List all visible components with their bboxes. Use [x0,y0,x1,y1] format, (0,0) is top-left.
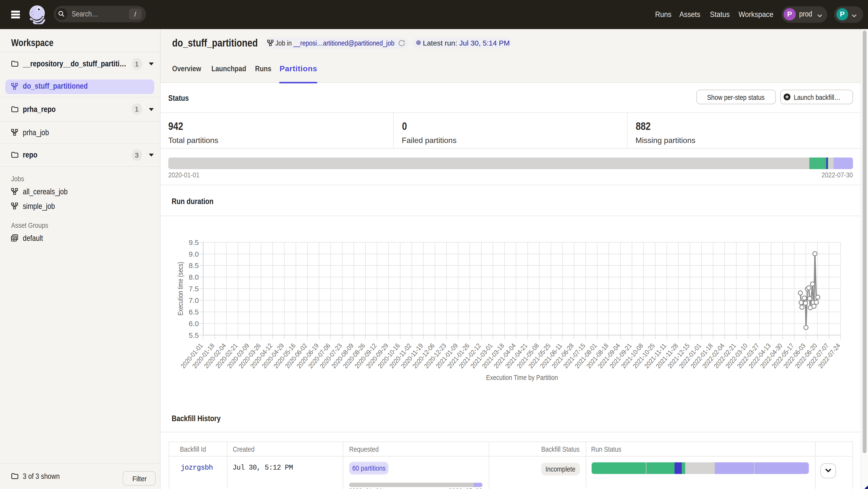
svg-text:7.0: 7.0 [189,296,199,304]
svg-text:Execution Time by Partition: Execution Time by Partition [486,374,558,382]
svg-text:6.0: 6.0 [189,320,199,328]
svg-text:8.5: 8.5 [189,261,199,269]
svg-text:5.5: 5.5 [189,331,199,339]
svg-text:7.5: 7.5 [189,285,199,293]
svg-text:9.5: 9.5 [189,238,199,247]
svg-text:6.5: 6.5 [189,308,199,316]
svg-text:Execution time (secs): Execution time (secs) [177,262,184,316]
svg-text:9.0: 9.0 [189,250,199,258]
svg-text:8.0: 8.0 [189,273,199,281]
